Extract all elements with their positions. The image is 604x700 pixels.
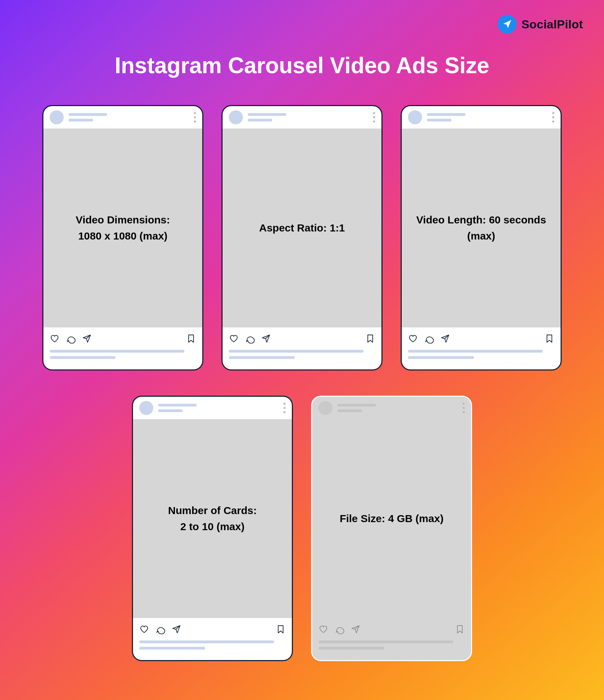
vertical-dots-icon[interactable] [463, 403, 465, 413]
avatar [318, 401, 332, 415]
heart-icon[interactable] [139, 624, 149, 634]
post-header [133, 397, 292, 419]
post-header [223, 106, 381, 129]
comment-icon[interactable] [424, 334, 434, 344]
post-media: Video Length: 60 seconds (max) [402, 129, 561, 327]
send-icon[interactable] [82, 334, 92, 344]
bookmark-icon[interactable] [186, 334, 196, 344]
comment-icon[interactable] [155, 624, 165, 634]
post-caption-placeholder [223, 350, 381, 369]
post-media: Number of Cards: 2 to 10 (max) [133, 419, 292, 618]
header-text-placeholder [337, 404, 376, 412]
spec-card-file-size: File Size: 4 GB (max) [311, 396, 472, 661]
avatar [229, 110, 243, 124]
spec-card-number-of-cards: Number of Cards: 2 to 10 (max) [132, 396, 293, 661]
spec-card-video-dimensions: Video Dimensions: 1080 x 1080 (max) [42, 105, 203, 370]
post-actions [43, 327, 202, 350]
cards-row-2: Number of Cards: 2 to 10 (max) File Siz [0, 396, 604, 661]
header-text-placeholder [248, 113, 286, 122]
vertical-dots-icon[interactable] [373, 112, 375, 123]
post-caption-placeholder [133, 640, 292, 660]
spec-card-aspect-ratio: Aspect Ratio: 1:1 [222, 105, 382, 370]
post-caption-placeholder [312, 640, 471, 660]
spec-text: Video Length: 60 seconds (max) [412, 212, 550, 244]
page-title: Instagram Carousel Video Ads Size [0, 53, 604, 78]
avatar [139, 401, 153, 415]
post-actions [223, 327, 381, 350]
comment-icon[interactable] [245, 334, 255, 344]
cards-row-1: Video Dimensions: 1080 x 1080 (max) Asp [0, 105, 604, 370]
bookmark-icon[interactable] [545, 334, 554, 344]
avatar [408, 110, 422, 124]
post-media: Video Dimensions: 1080 x 1080 (max) [43, 129, 202, 327]
bookmark-icon[interactable] [276, 624, 286, 634]
comment-icon[interactable] [66, 334, 76, 344]
post-header [402, 106, 561, 129]
post-actions [402, 327, 561, 350]
send-icon[interactable] [171, 624, 181, 634]
post-caption-placeholder [43, 350, 202, 369]
spec-card-video-length: Video Length: 60 seconds (max) [401, 105, 562, 370]
heart-icon[interactable] [318, 624, 328, 634]
post-caption-placeholder [402, 350, 561, 369]
header-text-placeholder [69, 113, 107, 122]
heart-icon[interactable] [229, 334, 239, 344]
post-actions [133, 618, 292, 640]
brand-name: SocialPilot [521, 18, 583, 31]
bookmark-icon[interactable] [365, 334, 375, 344]
avatar [50, 110, 64, 124]
post-media: File Size: 4 GB (max) [312, 419, 471, 618]
post-header [43, 106, 202, 129]
paper-plane-icon [498, 15, 517, 34]
post-actions [312, 618, 471, 640]
spec-text: File Size: 4 GB (max) [340, 511, 444, 527]
post-header [312, 397, 471, 419]
send-icon[interactable] [440, 334, 450, 344]
bookmark-icon[interactable] [455, 624, 465, 634]
spec-text: Aspect Ratio: 1:1 [259, 220, 345, 236]
spec-text: Number of Cards: 2 to 10 (max) [168, 503, 257, 535]
vertical-dots-icon[interactable] [194, 112, 196, 123]
spec-text: Video Dimensions: 1080 x 1080 (max) [76, 212, 170, 244]
brand-badge: SocialPilot [498, 15, 583, 34]
send-icon[interactable] [351, 624, 360, 634]
post-media: Aspect Ratio: 1:1 [223, 129, 381, 327]
header-text-placeholder [427, 113, 465, 122]
vertical-dots-icon[interactable] [552, 112, 554, 123]
heart-icon[interactable] [50, 334, 59, 344]
send-icon[interactable] [261, 334, 271, 344]
heart-icon[interactable] [408, 334, 418, 344]
header-text-placeholder [158, 404, 197, 412]
vertical-dots-icon[interactable] [283, 403, 286, 413]
comment-icon[interactable] [335, 624, 344, 634]
